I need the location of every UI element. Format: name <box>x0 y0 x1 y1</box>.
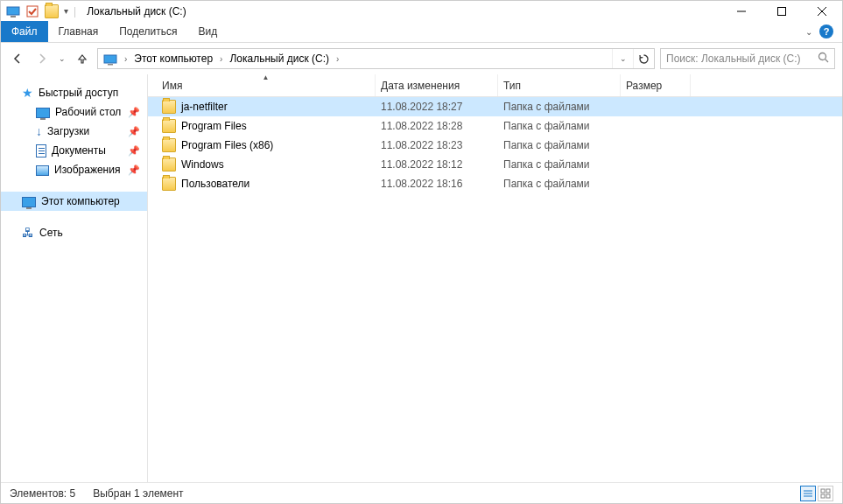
file-type: Папка с файлами <box>498 101 621 113</box>
chevron-right-icon[interactable]: › <box>218 54 224 64</box>
nav-label: Этот компьютер <box>41 195 120 207</box>
breadcrumb-this-pc[interactable]: Этот компьютер <box>129 49 218 68</box>
address-bar[interactable]: › Этот компьютер › Локальный диск (C:) ›… <box>97 48 655 69</box>
svg-rect-4 <box>778 7 786 15</box>
address-dropdown[interactable]: ⌄ <box>612 49 633 68</box>
back-button[interactable] <box>8 49 27 68</box>
help-icon[interactable]: ? <box>819 24 833 38</box>
file-type: Папка с файлами <box>498 139 621 151</box>
table-row[interactable]: Program Files11.08.2022 18:28Папка с фай… <box>148 116 842 136</box>
pin-icon: 📌 <box>128 145 140 157</box>
column-name[interactable]: Имя ▲ <box>157 74 376 96</box>
svg-rect-7 <box>104 55 116 63</box>
qat-dropdown-icon[interactable]: ▾ <box>64 6 68 16</box>
ribbon-expand-icon[interactable]: ⌄ <box>805 27 812 37</box>
file-name: Program Files (x86) <box>181 139 273 151</box>
file-modified: 11.08.2022 18:23 <box>376 139 498 151</box>
file-type: Папка с файлами <box>498 158 621 171</box>
refresh-button[interactable] <box>633 49 654 68</box>
navigation-pane: ★ Быстрый доступ Рабочий стол 📌 ↓ Загруз… <box>1 74 148 482</box>
folder-icon <box>162 177 176 191</box>
svg-rect-2 <box>27 6 38 17</box>
breadcrumb-root-icon[interactable] <box>98 49 123 68</box>
file-name: Windows <box>181 158 224 171</box>
nav-label: Документы <box>52 144 106 157</box>
svg-rect-8 <box>108 64 113 66</box>
svg-point-9 <box>819 53 826 60</box>
nav-label: Сеть <box>39 227 63 239</box>
folder-icon <box>162 119 176 133</box>
view-details-button[interactable] <box>800 486 816 501</box>
svg-rect-0 <box>7 7 19 15</box>
status-selection: Выбран 1 элемент <box>93 487 183 500</box>
nav-documents[interactable]: Документы 📌 <box>1 141 147 160</box>
documents-icon <box>36 144 46 158</box>
network-icon: 🖧 <box>22 226 34 240</box>
svg-rect-17 <box>826 494 830 498</box>
breadcrumb-drive-c[interactable]: Локальный диск (C:) <box>224 49 334 68</box>
this-pc-icon <box>22 197 36 207</box>
nav-network[interactable]: 🖧 Сеть <box>1 223 147 242</box>
up-button[interactable] <box>73 49 92 68</box>
file-rows: ja-netfilter11.08.2022 18:27Папка с файл… <box>148 97 842 482</box>
star-icon: ★ <box>22 86 33 100</box>
nav-downloads[interactable]: ↓ Загрузки 📌 <box>1 122 147 141</box>
table-row[interactable]: Windows11.08.2022 18:12Папка с файлами <box>148 155 842 174</box>
column-modified[interactable]: Дата изменения <box>376 74 498 96</box>
forward-button[interactable] <box>32 49 52 68</box>
title-bar: ▾ | Локальный диск (C:) <box>1 1 842 21</box>
file-list-pane: Имя ▲ Дата изменения Тип Размер ja-netfi… <box>148 74 842 482</box>
nav-this-pc[interactable]: Этот компьютер <box>1 192 147 211</box>
nav-label: Изображения <box>54 164 120 176</box>
svg-rect-1 <box>11 16 16 18</box>
svg-rect-16 <box>821 494 825 498</box>
tab-home[interactable]: Главная <box>48 21 109 42</box>
nav-quick-access[interactable]: ★ Быстрый доступ <box>1 83 147 102</box>
search-box[interactable]: Поиск: Локальный диск (C:) <box>660 48 835 69</box>
tab-share[interactable]: Поделиться <box>109 21 187 42</box>
search-icon <box>818 52 829 66</box>
nav-pictures[interactable]: Изображения 📌 <box>1 160 147 179</box>
table-row[interactable]: ja-netfilter11.08.2022 18:27Папка с файл… <box>148 97 842 116</box>
svg-rect-14 <box>821 489 825 493</box>
qat-properties-icon[interactable] <box>25 4 39 18</box>
downloads-icon: ↓ <box>36 124 42 138</box>
desktop-icon <box>36 108 50 118</box>
nav-label: Загрузки <box>47 125 89 137</box>
minimize-button[interactable] <box>721 1 762 21</box>
folder-icon <box>162 138 176 152</box>
column-size[interactable]: Размер <box>621 74 691 96</box>
table-row[interactable]: Program Files (x86)11.08.2022 18:23Папка… <box>148 136 842 155</box>
system-menu-icon[interactable] <box>6 4 20 18</box>
navigation-bar: ⌄ › Этот компьютер › Локальный диск (C:)… <box>1 43 842 74</box>
column-type[interactable]: Тип <box>498 74 621 96</box>
file-modified: 11.08.2022 18:27 <box>376 101 498 113</box>
svg-rect-15 <box>826 489 830 493</box>
recent-dropdown[interactable]: ⌄ <box>57 49 67 68</box>
view-large-icons-button[interactable] <box>818 486 833 501</box>
close-button[interactable] <box>802 1 842 21</box>
qat-folder-icon[interactable] <box>45 4 59 18</box>
nav-desktop[interactable]: Рабочий стол 📌 <box>1 102 147 122</box>
status-bar: Элементов: 5 Выбран 1 элемент <box>1 482 842 503</box>
file-modified: 11.08.2022 18:28 <box>376 120 498 132</box>
file-type: Папка с файлами <box>498 120 621 132</box>
file-type: Папка с файлами <box>498 178 621 190</box>
svg-line-10 <box>825 60 829 63</box>
chevron-right-icon[interactable]: › <box>334 54 341 64</box>
file-modified: 11.08.2022 18:12 <box>376 158 498 171</box>
maximize-button[interactable] <box>762 1 802 21</box>
status-item-count: Элементов: 5 <box>10 487 75 500</box>
tab-view[interactable]: Вид <box>187 21 228 42</box>
folder-icon <box>162 100 176 114</box>
chevron-right-icon[interactable]: › <box>123 54 129 64</box>
window-title: Локальный диск (C:) <box>81 5 186 18</box>
folder-icon <box>162 158 176 172</box>
pin-icon: 📌 <box>128 107 140 118</box>
address-edit-area[interactable] <box>341 49 612 68</box>
nav-label: Быстрый доступ <box>39 87 118 99</box>
file-modified: 11.08.2022 18:16 <box>376 178 498 190</box>
table-row[interactable]: Пользователи11.08.2022 18:16Папка с файл… <box>148 174 842 193</box>
tab-file[interactable]: Файл <box>1 21 48 42</box>
pictures-icon <box>36 165 49 176</box>
